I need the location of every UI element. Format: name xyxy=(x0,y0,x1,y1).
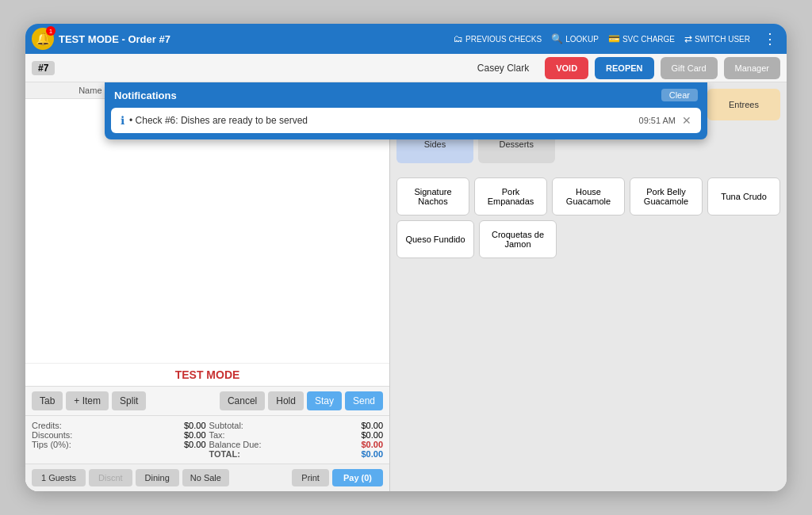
guests-button[interactable]: 1 Guests xyxy=(32,469,86,486)
previous-checks-icon: 🗂 xyxy=(454,33,463,44)
left-panel: Name Item Price TEST MODE Tab + Item Spl… xyxy=(25,82,390,491)
notif-time-close: 09:51 AM ✕ xyxy=(639,114,691,127)
notif-time: 09:51 AM xyxy=(639,116,676,125)
notif-header: Notifications Clear xyxy=(105,82,707,108)
cancel-button[interactable]: Cancel xyxy=(220,391,265,410)
svc-charge-button[interactable]: 💳 SVC CHARGE xyxy=(608,33,675,44)
dining-button[interactable]: Dining xyxy=(136,469,179,486)
bell-badge: 1 xyxy=(46,26,56,36)
more-options-button[interactable]: ⋮ xyxy=(760,30,780,48)
manager-button[interactable]: Manager xyxy=(724,57,780,79)
info-icon: ℹ xyxy=(121,114,124,127)
subtotal-label: Subtotal: xyxy=(209,421,295,430)
hold-button[interactable]: Hold xyxy=(268,391,304,410)
bell-icon[interactable]: 🔔 1 xyxy=(32,28,54,50)
notif-body: ℹ • Check #6: Dishes are ready to be ser… xyxy=(111,108,701,133)
empty-6 xyxy=(710,220,780,258)
item-signature-nachos[interactable]: Signature Nachos xyxy=(396,177,469,216)
discounts-val: $0.00 xyxy=(121,430,206,440)
pay-button[interactable]: Pay (0) xyxy=(332,469,383,486)
right-panel: Appetizers Salads Sandwiches Taco Bar - … xyxy=(390,82,787,491)
item-pork-belly-guacamole[interactable]: Pork Belly Guacamole xyxy=(630,177,703,216)
lookup-button[interactable]: 🔍 LOOKUP xyxy=(551,33,599,44)
bottom-buttons: Tab + Item Split Cancel Hold Stay Send xyxy=(25,386,389,415)
totals-area: Credits: $0.00 Subtotal: $0.00 Discounts… xyxy=(25,415,389,464)
previous-checks-button[interactable]: 🗂 PREVIOUS CHECKS xyxy=(454,33,542,44)
tips-val: $0.00 xyxy=(121,440,206,449)
test-mode-banner: TEST MODE xyxy=(25,363,389,386)
notif-message: ℹ • Check #6: Dishes are ready to be ser… xyxy=(121,114,308,127)
notif-title: Notifications xyxy=(114,90,177,101)
check-number: #7 xyxy=(32,61,55,75)
void-button[interactable]: VOID xyxy=(545,57,588,79)
item-queso-fundido[interactable]: Queso Fundido xyxy=(396,220,474,258)
print-button[interactable]: Print xyxy=(292,469,329,486)
main-container: 🔔 1 TEST MODE - Order #7 🗂 PREVIOUS CHEC… xyxy=(25,24,787,491)
tax-label: Tax: xyxy=(209,430,295,440)
top-bar-right: 🗂 PREVIOUS CHECKS 🔍 LOOKUP 💳 SVC CHARGE … xyxy=(454,30,780,48)
no-sale-button[interactable]: No Sale xyxy=(182,469,229,486)
item-tuna-crudo[interactable]: Tuna Crudo xyxy=(707,177,780,216)
category-entrees[interactable]: Entrees xyxy=(707,89,780,120)
notif-text: • Check #6: Dishes are ready to be serve… xyxy=(129,115,308,126)
page-title: TEST MODE - Order #7 xyxy=(59,33,170,45)
tab-button[interactable]: Tab xyxy=(32,391,63,410)
switch-user-button[interactable]: ⇄ SWITCH USER xyxy=(684,33,750,44)
switch-user-icon: ⇄ xyxy=(684,33,692,44)
empty-4 xyxy=(561,220,631,258)
items-row-2: Queso Fundido Croquetas de Jamon xyxy=(396,220,780,258)
items-row-1: Signature Nachos Pork Empanadas House Gu… xyxy=(396,177,780,216)
spacer xyxy=(396,168,780,173)
send-button[interactable]: Send xyxy=(345,391,383,410)
second-row: #7 Casey Clark VOID REOPEN Gift Card Man… xyxy=(25,54,787,82)
top-bar-left: 🔔 1 TEST MODE - Order #7 xyxy=(32,28,454,50)
notif-close-button[interactable]: ✕ xyxy=(682,114,691,127)
notif-clear-button[interactable]: Clear xyxy=(661,89,698,101)
empty-3 xyxy=(710,125,780,163)
total-label: TOTAL: xyxy=(209,449,295,459)
balance-val: $0.00 xyxy=(297,440,383,449)
balance-label: Balance Due: xyxy=(209,440,295,449)
notification-panel: Notifications Clear ℹ • Check #6: Dishes… xyxy=(105,82,707,139)
discounts-label: Discounts: xyxy=(32,430,117,440)
content-area: Name Item Price TEST MODE Tab + Item Spl… xyxy=(25,82,787,491)
bottom-action-row: 1 Guests Discnt Dining No Sale Print Pay… xyxy=(25,464,389,491)
reopen-button[interactable]: REOPEN xyxy=(595,57,653,79)
credits-val: $0.00 xyxy=(121,421,206,430)
subtotal-val: $0.00 xyxy=(297,421,383,430)
empty-5 xyxy=(636,220,706,258)
server-name: Casey Clark xyxy=(477,63,538,74)
add-item-button[interactable]: + Item xyxy=(66,391,109,410)
credits-label: Credits: xyxy=(32,421,117,430)
notification-overlay: Notifications Clear ℹ • Check #6: Dishes… xyxy=(25,82,787,139)
stay-button[interactable]: Stay xyxy=(307,391,342,410)
lookup-icon: 🔍 xyxy=(551,33,563,44)
tips-label: Tips (0%): xyxy=(32,440,117,449)
gift-card-button[interactable]: Gift Card xyxy=(661,57,718,79)
item-house-guacamole[interactable]: House Guacamole xyxy=(552,177,625,216)
item-pork-empanadas[interactable]: Pork Empanadas xyxy=(474,177,547,216)
top-bar: 🔔 1 TEST MODE - Order #7 🗂 PREVIOUS CHEC… xyxy=(25,24,787,54)
discount-button: Discnt xyxy=(89,469,132,486)
item-croquetas-de-jamon[interactable]: Croquetas de Jamon xyxy=(479,220,557,258)
total-val: $0.00 xyxy=(297,449,383,459)
tax-val: $0.00 xyxy=(297,430,383,440)
svc-charge-icon: 💳 xyxy=(608,33,620,44)
split-button[interactable]: Split xyxy=(112,391,146,410)
